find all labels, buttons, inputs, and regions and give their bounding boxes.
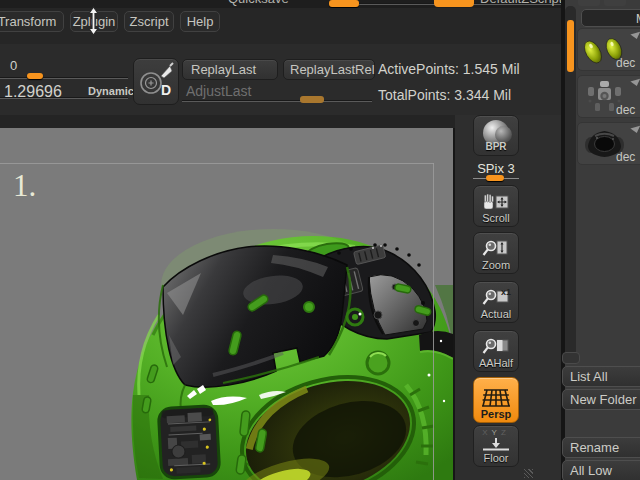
panel-scrollbar-thumb[interactable] (567, 20, 574, 72)
scroll-label: Scroll (482, 212, 510, 224)
helmet-3d-model[interactable] (123, 215, 455, 480)
subtool-arrow-icon[interactable] (630, 126, 640, 134)
replay-last-button[interactable]: ReplayLast (182, 59, 278, 80)
zoom-magnifier-icon (482, 239, 510, 259)
bpr-button[interactable]: BPR (473, 115, 519, 156)
top-bar: Quicksave DefaultZScript (0, 0, 561, 8)
subtool-name: dec (616, 103, 635, 117)
adjust-last-track[interactable] (182, 100, 372, 102)
canvas-frame-hline (0, 163, 434, 164)
mini-slider-handle[interactable] (27, 73, 43, 79)
adjust-last-handle[interactable] (300, 96, 324, 103)
resize-grip[interactable] (524, 469, 533, 478)
scroll-button[interactable]: Scroll (473, 185, 519, 227)
spix-handle[interactable] (486, 175, 504, 181)
zbrush-window: Quicksave DefaultZScript Transform Zplug… (0, 0, 640, 480)
all-low-button[interactable]: All Low (562, 460, 640, 480)
adjust-last-label: AdjustLast (186, 83, 251, 99)
subtool-item[interactable]: dec (577, 75, 640, 118)
zoom-label: Zoom (482, 259, 510, 271)
floor-axis-z[interactable]: Z (501, 428, 510, 437)
subtool-item[interactable]: dec (577, 122, 640, 165)
rename-button[interactable]: Rename (562, 437, 640, 458)
subtool-arrow-icon[interactable] (630, 32, 640, 40)
value-slider-track[interactable] (0, 97, 128, 99)
new-folder-button[interactable]: New Folder (562, 389, 640, 410)
floor-axis-x[interactable]: X (482, 428, 491, 437)
stroke-type-button[interactable]: D (133, 58, 179, 105)
floor-icon (481, 437, 511, 452)
quicksave-label[interactable]: Quicksave (228, 0, 289, 6)
topbar-button-fragment[interactable] (578, 0, 600, 6)
dynamic-label[interactable]: Dynamic (88, 85, 134, 97)
mini-slider-value: 0 (10, 58, 17, 73)
mini-slider-track[interactable] (0, 77, 128, 79)
subtool-arrow-icon[interactable] (630, 79, 640, 87)
document-canvas[interactable]: 1. (0, 128, 455, 480)
zscript-name-label: DefaultZScript (480, 0, 561, 6)
active-points-readout: ActivePoints: 1.545 Mil (378, 61, 520, 77)
aahalf-magnifier-icon (482, 337, 510, 357)
floor-button[interactable]: XYZ Floor (473, 425, 519, 467)
bpr-label: BPR (485, 141, 506, 153)
floor-label: Floor (483, 452, 508, 464)
actual-x1-badge: x1 (501, 287, 511, 297)
list-all-button[interactable]: List All (562, 366, 640, 387)
actual-button[interactable]: x1 Actual (473, 281, 519, 323)
persp-button[interactable]: Persp (473, 377, 519, 423)
subtool-name: dec (616, 150, 635, 164)
persp-grid-icon (481, 388, 511, 408)
menu-toggle-button[interactable] (434, 0, 474, 7)
floor-axis-y[interactable]: Y (492, 428, 501, 437)
toolbar-row (0, 44, 561, 115)
actual-label: Actual (481, 308, 512, 320)
canvas-frame-vline (433, 163, 434, 480)
spix-label[interactable]: SPix 3 (473, 161, 519, 176)
stroke-letter: D (161, 82, 171, 98)
top-slider-handle[interactable] (329, 0, 359, 7)
topbar-button-fragment[interactable] (604, 0, 626, 6)
panel-header-label: M (636, 12, 640, 26)
subtool-name: dec (616, 56, 635, 70)
zoom-button[interactable]: Zoom (473, 232, 519, 274)
page-number-label: 1. (13, 168, 36, 204)
subtool-item[interactable]: dec (577, 28, 640, 71)
menu-transform[interactable]: Transform (0, 11, 64, 32)
replay-last-rel-button[interactable]: ReplayLastRel (283, 59, 375, 80)
persp-label: Persp (481, 408, 512, 420)
menu-zscript[interactable]: Zscript (124, 11, 174, 32)
resize-cursor-icon (87, 6, 100, 36)
aahalf-label: AAHalf (479, 357, 513, 369)
stroke-dragdot-icon (134, 59, 178, 104)
total-points-readout: TotalPoints: 3.344 Mil (378, 87, 511, 103)
scroll-hand-icon (482, 192, 510, 212)
scroll-track-cap (562, 352, 580, 364)
menu-help[interactable]: Help (180, 11, 220, 32)
panel-header[interactable]: M (581, 9, 640, 27)
aahalf-button[interactable]: AAHalf (473, 330, 519, 372)
floor-axes: XYZ (474, 428, 518, 437)
